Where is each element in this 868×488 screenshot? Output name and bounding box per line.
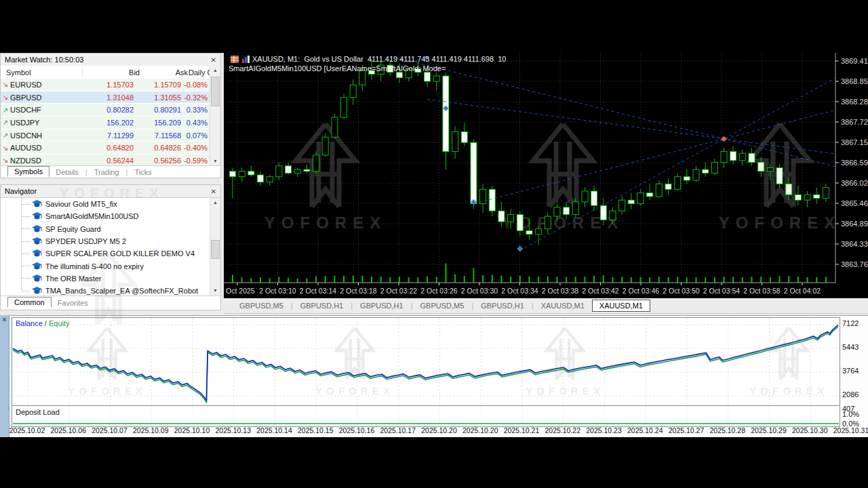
symbol-cell: EURUSD bbox=[10, 81, 77, 89]
market-watch-row[interactable]: ↘NZDUSD0.562440.56256-0.59% bbox=[1, 155, 210, 166]
market-watch-row[interactable]: ↗USDCNH7.112997.115680.07% bbox=[1, 129, 210, 142]
yoforex-watermark-text: YOFOREX bbox=[315, 385, 393, 396]
scroll-down-icon[interactable]: ▼ bbox=[210, 157, 220, 166]
trend-down-icon: ↘ bbox=[1, 81, 10, 88]
market-watch-header-row[interactable]: Symbol Bid Ask Daily Ch... bbox=[1, 66, 210, 79]
close-icon[interactable]: ✕ bbox=[211, 188, 216, 195]
expert-advisor-icon bbox=[32, 287, 42, 295]
bar-chart-icon bbox=[241, 56, 250, 63]
tab-common[interactable]: Common bbox=[7, 297, 52, 308]
ea-item-label: TMA_Bands_Scalper_EA @SoftechFX_Robot bbox=[45, 287, 198, 295]
balance-equity-chart[interactable]: YOFOREXYOFOREXYOFOREXYOFOREX Balance / E… bbox=[12, 317, 840, 407]
tree-branch-line bbox=[22, 266, 31, 266]
chart-tab-xauusd-m1[interactable]: XAUUSD,M1 bbox=[592, 300, 650, 312]
expert-advisor-icon bbox=[32, 274, 42, 283]
deposit-load-chart[interactable]: Deposit Load bbox=[12, 405, 840, 427]
navigator-ea-item[interactable]: TMA_Bands_Scalper_EA @SoftechFX_Robot bbox=[1, 285, 210, 296]
svg-text:3867.155: 3867.155 bbox=[841, 138, 868, 146]
column-daily-change[interactable]: Daily Ch... bbox=[188, 68, 210, 77]
navigator-title: Navigator bbox=[5, 187, 37, 195]
trend-up-icon: ↗ bbox=[1, 106, 10, 114]
tester-date-label: 2025.10.30 bbox=[787, 426, 833, 434]
chart-tab-gbpusd-h1[interactable]: GBPUSD,H1 bbox=[353, 300, 411, 312]
svg-text:2 Oct 2025: 2 Oct 2025 bbox=[224, 287, 255, 295]
column-bid[interactable]: Bid bbox=[82, 68, 140, 77]
navigator-ea-item[interactable]: The illuminati S-400 no expiry bbox=[1, 260, 210, 272]
deposit-load-label: Deposit Load bbox=[16, 408, 60, 416]
chart-tab-gbpusd-m5[interactable]: GBPUSD,M5 bbox=[232, 300, 291, 312]
navigator-ea-item[interactable]: SP Equity Guard bbox=[1, 223, 210, 235]
svg-text:3866.025: 3866.025 bbox=[841, 179, 868, 187]
market-watch-row[interactable]: ↗USDCHF0.802820.802910.33% bbox=[1, 104, 210, 117]
market-watch-scrollbar[interactable]: ▲ ▼ bbox=[210, 66, 220, 166]
svg-text:3865.460: 3865.460 bbox=[841, 199, 868, 207]
market-watch-titlebar[interactable]: Market Watch: 10:50:03 ✕ bbox=[1, 54, 220, 66]
bid-cell: 0.80282 bbox=[77, 106, 134, 114]
tester-date-label: 2025.10.29 bbox=[746, 426, 792, 434]
chart-tab-gbpusd-h1[interactable]: GBPUSD,H1 bbox=[293, 300, 351, 312]
navigator-ea-item[interactable]: SmartAIGoldM5Min100USD bbox=[1, 210, 210, 222]
market-watch-row[interactable]: ↗USDJPY156.202156.2090.43% bbox=[1, 117, 210, 129]
svg-text:2 Oct 03:34: 2 Oct 03:34 bbox=[501, 287, 538, 295]
tab-favorites[interactable]: Favorites bbox=[52, 298, 94, 308]
ask-cell: 0.56256 bbox=[134, 157, 181, 165]
yoforex-watermark-text: YOFOREX bbox=[264, 214, 387, 232]
svg-text:2 Oct 03:26: 2 Oct 03:26 bbox=[420, 287, 457, 295]
market-watch-row[interactable]: ↘GBPUSD1.310481.31055-0.32% bbox=[1, 92, 210, 104]
tester-date-label: 2025.10.20 bbox=[416, 426, 462, 434]
scroll-up-icon[interactable]: ▲ bbox=[210, 198, 220, 207]
navigator-ea-item[interactable]: The ORB Master bbox=[1, 272, 210, 285]
candlestick-chart-canvas[interactable]: YOFOREXYOFOREXYOFOREX3869.4153868.850386… bbox=[224, 53, 868, 298]
svg-text:3866.590: 3866.590 bbox=[841, 159, 868, 167]
market-watch-row[interactable]: ↘AUDUSD0.648200.64826-0.40% bbox=[1, 142, 210, 155]
ask-cell: 1.15709 bbox=[134, 81, 181, 89]
ea-item-label: SmartAIGoldM5Min100USD bbox=[45, 212, 139, 220]
close-icon[interactable]: ✕ bbox=[0, 317, 9, 323]
navigator-scrollbar[interactable]: ▲ ▼ bbox=[210, 198, 220, 296]
navigator-ea-item[interactable]: SUPER SCALPER GOLD KILLER DEMO V4 bbox=[1, 247, 210, 260]
svg-text:2 Oct 03:22: 2 Oct 03:22 bbox=[380, 287, 417, 295]
close-icon[interactable]: ✕ bbox=[211, 56, 216, 64]
bid-cell: 156.202 bbox=[77, 119, 134, 127]
tab-ticks[interactable]: Ticks bbox=[128, 167, 157, 177]
ea-item-label: Saviour Gold MT5_fix bbox=[45, 200, 117, 208]
scrollbar-thumb[interactable] bbox=[211, 77, 220, 106]
expert-advisor-icon bbox=[32, 225, 42, 233]
tab-details[interactable]: Details bbox=[50, 167, 85, 177]
tester-y-label: 3764 bbox=[842, 367, 868, 375]
symbol-cell: GBPUSD bbox=[10, 94, 77, 102]
chart-tab-xauusd-m1[interactable]: XAUUSD,M1 bbox=[534, 300, 592, 312]
expert-advisor-icon bbox=[32, 200, 42, 208]
tab-trading[interactable]: Trading bbox=[88, 167, 125, 177]
chart-tab-gbpusd-h1[interactable]: GBPUSD,H1 bbox=[473, 300, 532, 312]
tester-date-label: 2025.10.16 bbox=[334, 426, 380, 434]
scroll-down-icon[interactable]: ▼ bbox=[210, 286, 220, 296]
scrollbar-thumb[interactable] bbox=[211, 240, 220, 259]
price-chart[interactable]: YOFOREXYOFOREXYOFOREX3869.4153868.850386… bbox=[224, 53, 868, 298]
navigator-ea-item[interactable]: Saviour Gold MT5_fix bbox=[1, 198, 210, 210]
chart-tab-gbpusd-m5[interactable]: GBPUSD,M5 bbox=[413, 300, 472, 312]
svg-text:3863.765: 3863.765 bbox=[841, 260, 868, 268]
deposit-load-canvas bbox=[12, 406, 840, 426]
tester-date-label: 2025.10.23 bbox=[581, 426, 627, 434]
column-symbol[interactable]: Symbol bbox=[1, 68, 82, 77]
navigator-tree: Saviour Gold MT5_fixSmartAIGoldM5Min100U… bbox=[1, 198, 210, 296]
yoforex-watermark-text: YOFOREX bbox=[719, 214, 841, 232]
bid-cell: 1.31048 bbox=[77, 94, 134, 102]
chart-title: XAUUSD, M1: Gold vs US Dollar 4111.419 4… bbox=[252, 55, 506, 63]
tree-branch-line bbox=[22, 241, 31, 242]
scroll-up-icon[interactable]: ▲ bbox=[210, 66, 220, 75]
tab-symbols[interactable]: Symbols bbox=[7, 166, 50, 177]
expert-advisor-icon bbox=[32, 237, 42, 245]
navigator-titlebar[interactable]: Navigator ✕ bbox=[1, 185, 220, 198]
navigator-ea-item[interactable]: SPYDER USDJPY M5 2 bbox=[1, 235, 210, 247]
ea-item-label: SP Equity Guard bbox=[45, 225, 101, 233]
svg-text:2 Oct 03:46: 2 Oct 03:46 bbox=[623, 287, 659, 295]
expert-advisor-icon bbox=[32, 212, 42, 220]
yoforex-watermark-logo bbox=[770, 328, 808, 380]
strategy-tester-tab[interactable]: ✕ Strategy Tester bbox=[0, 315, 9, 437]
market-watch-row[interactable]: ↘EURUSD1.157031.15709-0.08% bbox=[1, 79, 210, 92]
ask-cell: 1.31055 bbox=[134, 94, 181, 102]
column-ask[interactable]: Ask bbox=[140, 68, 188, 77]
ea-item-label: The ORB Master bbox=[45, 274, 102, 283]
